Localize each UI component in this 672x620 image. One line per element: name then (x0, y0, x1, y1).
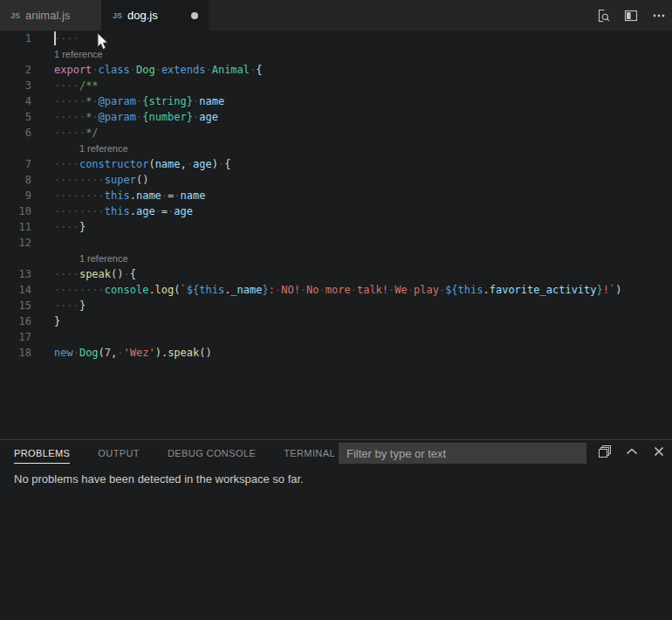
code-line-10[interactable]: 10········this.age·=·age (0, 203, 672, 219)
code-text: ········this.name·=·name (54, 189, 205, 202)
line-number[interactable]: 8 (0, 174, 31, 186)
code-text: ···· (54, 31, 79, 45)
code-line-14[interactable]: 14········console.log(`${this._name}:·NO… (0, 282, 672, 298)
codelens-row: 1 reference (0, 251, 672, 266)
modified-dot-icon[interactable] (191, 12, 198, 19)
code-text: ····constructor(name,·age)·{ (54, 158, 230, 170)
panel-action-icons (597, 444, 667, 459)
line-number[interactable]: 10 (0, 205, 31, 217)
line-number[interactable]: 3 (0, 79, 31, 92)
panel-tab-problems[interactable]: PROBLEMS (14, 442, 70, 464)
line-number[interactable]: 18 (0, 347, 31, 359)
line-number[interactable]: 13 (0, 268, 31, 280)
layers-icon[interactable] (597, 444, 613, 459)
split-editor-icon[interactable] (623, 8, 639, 24)
line-number[interactable]: 11 (0, 221, 31, 233)
line-number[interactable]: 1 (0, 32, 31, 45)
line-number[interactable]: 17 (0, 331, 31, 343)
code-text: } (54, 315, 60, 327)
line-number[interactable]: 14 (0, 284, 31, 296)
code-line-12[interactable]: 12 (0, 235, 672, 251)
chevron-up-icon[interactable] (624, 444, 640, 459)
panel-tab-debug-console[interactable]: DEBUG CONSOLE (168, 442, 256, 464)
problems-filter-input[interactable] (339, 443, 586, 464)
codelens-row: 1 reference (0, 46, 672, 62)
close-icon[interactable] (651, 444, 667, 459)
codelens-row: 1 reference (0, 141, 672, 156)
panel-tab-output[interactable]: OUTPUT (98, 442, 140, 464)
line-number[interactable]: 2 (0, 64, 31, 76)
panel-tab-terminal[interactable]: TERMINAL (284, 442, 335, 464)
line-number[interactable]: 12 (0, 237, 31, 249)
line-number[interactable]: 9 (0, 189, 31, 202)
tab-label: dog.js (127, 9, 158, 22)
code-line-7[interactable]: 7····constructor(name,·age)·{ (0, 156, 672, 172)
code-line-18[interactable]: 18new·Dog(7,·'Wez').speak() (0, 345, 672, 361)
more-actions-icon[interactable] (651, 8, 667, 24)
code-text: ····} (54, 300, 86, 312)
code-lines: 1····1 reference2export·class·Dog·extend… (0, 31, 672, 361)
problems-panel-content: No problems have been detected in the wo… (0, 465, 672, 486)
line-number[interactable]: 4 (0, 95, 31, 107)
panel-tabs: PROBLEMSOUTPUTDEBUG CONSOLETERMINAL (14, 440, 335, 465)
editor-tab-bar: JS animal.js JS dog.js (0, 0, 672, 31)
code-text: new·Dog(7,·'Wez').speak() (54, 347, 212, 359)
line-number[interactable]: 16 (0, 315, 31, 327)
panel-header: PROBLEMSOUTPUTDEBUG CONSOLETERMINAL (0, 440, 672, 465)
code-text: ·····*·@param·{number}·age (54, 111, 218, 123)
no-problems-message: No problems have been detected in the wo… (14, 472, 304, 486)
tab-animal-js[interactable]: JS animal.js (0, 0, 102, 31)
tab-label: animal.js (25, 9, 70, 22)
codelens-reference-link[interactable]: 1 reference (54, 46, 103, 62)
line-number[interactable]: 6 (0, 127, 31, 139)
code-text: ········super() (54, 174, 148, 186)
code-text: ·····*·@param·{string}·name (54, 95, 224, 107)
bottom-panel: PROBLEMSOUTPUTDEBUG CONSOLETERMINAL (0, 439, 672, 620)
code-text: ········this.age·=·age (54, 205, 193, 217)
code-text: ····speak()·{ (54, 268, 136, 280)
code-line-8[interactable]: 8········super() (0, 172, 672, 188)
tab-dog-js[interactable]: JS dog.js (102, 0, 209, 31)
editor-actions (595, 0, 672, 31)
code-line-1[interactable]: 1···· (0, 31, 672, 46)
code-text: ········console.log(`${this._name}:·NO!·… (54, 284, 621, 296)
code-line-6[interactable]: 6·····*/ (0, 125, 672, 141)
codelens-reference-link[interactable]: 1 reference (79, 141, 128, 156)
code-line-16[interactable]: 16} (0, 313, 672, 329)
search-editor-icon[interactable] (595, 8, 611, 24)
js-file-icon: JS (10, 11, 20, 20)
js-file-icon: JS (113, 11, 122, 20)
code-line-13[interactable]: 13····speak()·{ (0, 266, 672, 282)
code-line-17[interactable]: 17 (0, 329, 672, 345)
code-line-4[interactable]: 4·····*·@param·{string}·name (0, 93, 672, 109)
code-line-2[interactable]: 2export·class·Dog·extends·Animal·{ (0, 62, 672, 78)
code-line-9[interactable]: 9········this.name·=·name (0, 188, 672, 203)
code-text: ····/** (54, 79, 99, 92)
line-number[interactable]: 7 (0, 158, 31, 170)
line-number[interactable]: 15 (0, 300, 31, 312)
codelens-reference-link[interactable]: 1 reference (79, 251, 128, 266)
code-text: ····} (54, 221, 86, 233)
code-line-3[interactable]: 3····/** (0, 78, 672, 93)
code-line-5[interactable]: 5·····*·@param·{number}·age (0, 109, 672, 125)
code-text: ·····*/ (54, 127, 99, 139)
code-line-11[interactable]: 11····} (0, 219, 672, 235)
code-editor[interactable]: 1····1 reference2export·class·Dog·extend… (0, 31, 672, 439)
code-text: export·class·Dog·extends·Animal·{ (54, 64, 263, 76)
line-number[interactable]: 5 (0, 111, 31, 123)
code-line-15[interactable]: 15····} (0, 298, 672, 313)
